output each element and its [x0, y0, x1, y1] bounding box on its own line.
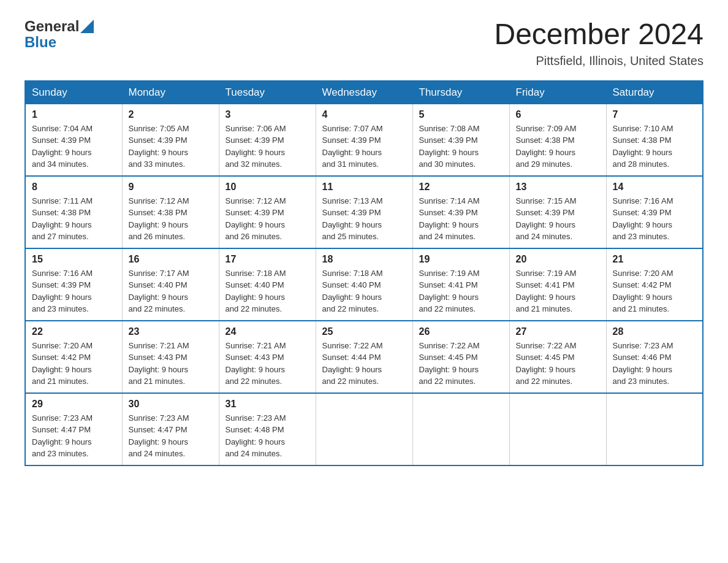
- daylight-text: Daylight: 9 hours: [322, 220, 382, 229]
- calendar-day-cell: 19 Sunrise: 7:19 AM Sunset: 4:41 PM Dayl…: [412, 248, 509, 321]
- day-number: 9: [129, 182, 213, 193]
- location-subtitle: Pittsfield, Illinois, United States: [494, 54, 703, 68]
- calendar-day-cell: [316, 393, 412, 465]
- daylight-minutes-text: and 31 minutes.: [322, 159, 379, 169]
- sunset-text: Sunset: 4:45 PM: [516, 353, 575, 362]
- sunrise-text: Sunrise: 7:09 AM: [516, 124, 577, 133]
- day-number: 11: [322, 182, 406, 193]
- day-number: 17: [226, 254, 309, 265]
- calendar-day-cell: 7 Sunrise: 7:10 AM Sunset: 4:38 PM Dayli…: [606, 104, 703, 176]
- day-info: Sunrise: 7:19 AM Sunset: 4:41 PM Dayligh…: [419, 267, 503, 315]
- day-info: Sunrise: 7:09 AM Sunset: 4:38 PM Dayligh…: [516, 123, 600, 170]
- day-number: 20: [516, 254, 600, 265]
- day-number: 19: [419, 254, 503, 265]
- sunset-text: Sunset: 4:40 PM: [129, 280, 188, 289]
- day-info: Sunrise: 7:22 AM Sunset: 4:45 PM Dayligh…: [516, 340, 600, 388]
- daylight-text: Daylight: 9 hours: [129, 148, 189, 157]
- calendar-day-cell: 27 Sunrise: 7:22 AM Sunset: 4:45 PM Dayl…: [509, 321, 606, 393]
- calendar-day-cell: 20 Sunrise: 7:19 AM Sunset: 4:41 PM Dayl…: [509, 248, 606, 321]
- day-number: 21: [613, 254, 697, 265]
- sunrise-text: Sunrise: 7:22 AM: [322, 341, 383, 350]
- day-number: 14: [613, 182, 697, 193]
- sunset-text: Sunset: 4:47 PM: [129, 425, 188, 434]
- sunrise-text: Sunrise: 7:16 AM: [613, 196, 673, 205]
- daylight-minutes-text: and 23 minutes.: [613, 377, 670, 386]
- day-info: Sunrise: 7:22 AM Sunset: 4:45 PM Dayligh…: [419, 340, 503, 388]
- sunrise-text: Sunrise: 7:14 AM: [419, 196, 480, 205]
- daylight-text: Daylight: 9 hours: [32, 365, 92, 374]
- calendar-day-cell: 6 Sunrise: 7:09 AM Sunset: 4:38 PM Dayli…: [509, 104, 606, 176]
- logo-triangle-icon: [80, 20, 94, 33]
- calendar-day-cell: 31 Sunrise: 7:23 AM Sunset: 4:48 PM Dayl…: [219, 393, 316, 465]
- sunset-text: Sunset: 4:43 PM: [129, 353, 188, 362]
- sunrise-text: Sunrise: 7:05 AM: [129, 124, 189, 133]
- daylight-minutes-text: and 22 minutes.: [226, 377, 282, 386]
- day-number: 12: [419, 182, 503, 193]
- day-info: Sunrise: 7:19 AM Sunset: 4:41 PM Dayligh…: [516, 267, 600, 315]
- sunrise-text: Sunrise: 7:17 AM: [129, 269, 189, 278]
- day-info: Sunrise: 7:13 AM Sunset: 4:39 PM Dayligh…: [322, 195, 406, 243]
- calendar-week-row: 15 Sunrise: 7:16 AM Sunset: 4:39 PM Dayl…: [25, 248, 703, 321]
- daylight-text: Daylight: 9 hours: [419, 148, 479, 157]
- calendar-day-cell: 21 Sunrise: 7:20 AM Sunset: 4:42 PM Dayl…: [606, 248, 703, 321]
- daylight-text: Daylight: 9 hours: [613, 220, 673, 229]
- sunset-text: Sunset: 4:39 PM: [419, 136, 478, 145]
- sunset-text: Sunset: 4:48 PM: [226, 425, 284, 434]
- calendar-day-cell: 15 Sunrise: 7:16 AM Sunset: 4:39 PM Dayl…: [25, 248, 122, 321]
- sunset-text: Sunset: 4:39 PM: [32, 136, 91, 145]
- sunset-text: Sunset: 4:47 PM: [32, 425, 91, 434]
- calendar-day-cell: 16 Sunrise: 7:17 AM Sunset: 4:40 PM Dayl…: [122, 248, 219, 321]
- daylight-text: Daylight: 9 hours: [419, 293, 479, 302]
- calendar-day-cell: 29 Sunrise: 7:23 AM Sunset: 4:47 PM Dayl…: [25, 393, 122, 465]
- daylight-minutes-text: and 23 minutes.: [32, 449, 89, 458]
- calendar-day-cell: 17 Sunrise: 7:18 AM Sunset: 4:40 PM Dayl…: [219, 248, 316, 321]
- daylight-minutes-text: and 34 minutes.: [32, 159, 89, 169]
- sunrise-text: Sunrise: 7:20 AM: [613, 269, 673, 278]
- day-number: 26: [419, 326, 503, 337]
- daylight-text: Daylight: 9 hours: [226, 148, 286, 157]
- weekday-header-friday: Friday: [509, 81, 606, 104]
- calendar-day-cell: 23 Sunrise: 7:21 AM Sunset: 4:43 PM Dayl…: [122, 321, 219, 393]
- day-info: Sunrise: 7:12 AM Sunset: 4:39 PM Dayligh…: [226, 195, 309, 243]
- daylight-minutes-text: and 22 minutes.: [129, 304, 186, 313]
- day-number: 4: [322, 109, 406, 120]
- day-number: 25: [322, 326, 406, 337]
- day-info: Sunrise: 7:16 AM Sunset: 4:39 PM Dayligh…: [32, 267, 116, 315]
- weekday-header-row: SundayMondayTuesdayWednesdayThursdayFrid…: [25, 81, 703, 104]
- sunset-text: Sunset: 4:39 PM: [226, 208, 284, 217]
- weekday-header-monday: Monday: [122, 81, 219, 104]
- sunset-text: Sunset: 4:39 PM: [322, 208, 381, 217]
- calendar-day-cell: 2 Sunrise: 7:05 AM Sunset: 4:39 PM Dayli…: [122, 104, 219, 176]
- sunset-text: Sunset: 4:39 PM: [419, 208, 478, 217]
- day-info: Sunrise: 7:12 AM Sunset: 4:38 PM Dayligh…: [129, 195, 213, 243]
- sunrise-text: Sunrise: 7:22 AM: [419, 341, 480, 350]
- svg-marker-0: [80, 20, 94, 33]
- daylight-minutes-text: and 21 minutes.: [129, 377, 186, 386]
- day-number: 2: [129, 109, 213, 120]
- day-info: Sunrise: 7:21 AM Sunset: 4:43 PM Dayligh…: [129, 340, 213, 388]
- sunrise-text: Sunrise: 7:15 AM: [516, 196, 577, 205]
- day-info: Sunrise: 7:18 AM Sunset: 4:40 PM Dayligh…: [322, 267, 406, 315]
- daylight-text: Daylight: 9 hours: [32, 293, 92, 302]
- daylight-minutes-text: and 22 minutes.: [322, 304, 379, 313]
- day-info: Sunrise: 7:20 AM Sunset: 4:42 PM Dayligh…: [613, 267, 697, 315]
- day-info: Sunrise: 7:15 AM Sunset: 4:39 PM Dayligh…: [516, 195, 600, 243]
- calendar-week-row: 1 Sunrise: 7:04 AM Sunset: 4:39 PM Dayli…: [25, 104, 703, 176]
- calendar-day-cell: 30 Sunrise: 7:23 AM Sunset: 4:47 PM Dayl…: [122, 393, 219, 465]
- calendar-day-cell: 26 Sunrise: 7:22 AM Sunset: 4:45 PM Dayl…: [412, 321, 509, 393]
- weekday-header-wednesday: Wednesday: [316, 81, 412, 104]
- daylight-minutes-text: and 22 minutes.: [419, 304, 476, 313]
- daylight-minutes-text: and 21 minutes.: [613, 304, 670, 313]
- sunrise-text: Sunrise: 7:22 AM: [516, 341, 577, 350]
- daylight-text: Daylight: 9 hours: [419, 220, 479, 229]
- calendar-day-cell: [509, 393, 606, 465]
- day-info: Sunrise: 7:11 AM Sunset: 4:38 PM Dayligh…: [32, 195, 116, 243]
- sunrise-text: Sunrise: 7:19 AM: [419, 269, 480, 278]
- month-year-title: December 2024: [494, 18, 703, 51]
- calendar-day-cell: 8 Sunrise: 7:11 AM Sunset: 4:38 PM Dayli…: [25, 176, 122, 248]
- day-info: Sunrise: 7:22 AM Sunset: 4:44 PM Dayligh…: [322, 340, 406, 388]
- day-number: 6: [516, 109, 600, 120]
- calendar-day-cell: 25 Sunrise: 7:22 AM Sunset: 4:44 PM Dayl…: [316, 321, 412, 393]
- daylight-minutes-text: and 22 minutes.: [322, 377, 379, 386]
- daylight-minutes-text: and 25 minutes.: [322, 232, 379, 241]
